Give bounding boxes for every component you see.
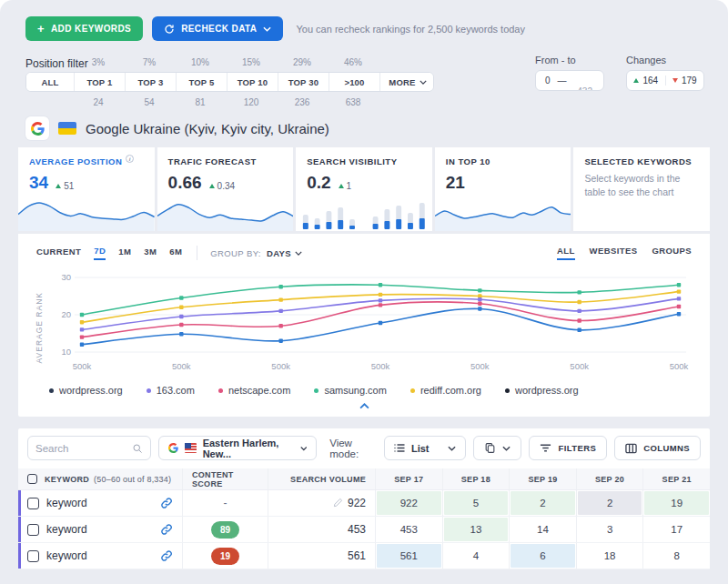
filter-tab-top1[interactable]: TOP 1 (74, 73, 125, 91)
rank-cell[interactable]: 3 (576, 517, 643, 542)
data-point[interactable] (577, 290, 581, 294)
data-point[interactable] (677, 289, 681, 293)
changes-down[interactable]: 179 (665, 76, 704, 86)
select-all-checkbox[interactable] (27, 474, 37, 484)
data-point[interactable] (80, 320, 84, 324)
svg-text:500k: 500k (371, 361, 390, 371)
data-point[interactable] (80, 327, 84, 331)
data-point[interactable] (478, 307, 481, 310)
rank-cell[interactable]: 19 (642, 490, 710, 516)
pencil-icon[interactable] (333, 495, 343, 511)
legend-item[interactable]: 163.com (147, 385, 195, 396)
rank-cell[interactable]: 4 (442, 543, 510, 569)
stat-card-average-position[interactable]: AVERAGE POSITIONi 3451 (18, 147, 155, 231)
data-point[interactable] (677, 305, 681, 308)
data-point[interactable] (577, 309, 581, 313)
data-point[interactable] (379, 283, 382, 287)
filter-tab-all[interactable]: ALL (26, 73, 74, 91)
range-tab-6m[interactable]: 6M (169, 247, 182, 259)
data-point[interactable] (379, 293, 382, 297)
filter-tab-top3[interactable]: TOP 3 (125, 73, 176, 91)
data-point[interactable] (179, 315, 183, 318)
table-row[interactable]: keyword 89 453 453 13 14 3 17 (18, 517, 710, 543)
data-point[interactable] (80, 313, 84, 317)
rank-cell[interactable]: 2 (509, 490, 576, 516)
scope-tab-websites[interactable]: WEBSITES (590, 246, 638, 260)
data-point[interactable] (179, 332, 183, 336)
filter-tab-more[interactable]: MORE (379, 73, 434, 91)
range-tab-1m[interactable]: 1M (118, 247, 131, 259)
location-select[interactable]: Eastern Harlem, New... (158, 436, 317, 460)
data-point[interactable] (80, 335, 84, 338)
rank-cell[interactable]: 561 (375, 543, 442, 569)
data-point[interactable] (379, 298, 382, 302)
link-icon[interactable] (160, 549, 173, 562)
rank-cell[interactable]: 2 (576, 490, 643, 516)
legend-item[interactable]: wordpress.org (505, 385, 579, 396)
from-to-input[interactable]: 0 — 432 (535, 70, 604, 91)
data-point[interactable] (577, 318, 581, 322)
data-point[interactable] (379, 303, 382, 307)
legend-item[interactable]: wordpress.org (49, 385, 123, 396)
data-point[interactable] (278, 297, 282, 301)
view-mode-select[interactable]: List (384, 436, 467, 460)
data-point[interactable] (179, 296, 183, 299)
range-tab-7d[interactable]: 7D (94, 246, 106, 260)
filter-tab-top5[interactable]: TOP 5 (176, 73, 227, 91)
data-point[interactable] (577, 300, 581, 304)
rank-cell[interactable]: 453 (375, 517, 442, 542)
data-point[interactable] (379, 321, 382, 325)
data-point[interactable] (80, 343, 84, 347)
data-point[interactable] (478, 302, 481, 306)
rank-cell[interactable]: 6 (509, 543, 576, 569)
legend-item[interactable]: netscape.com (218, 385, 290, 396)
filters-button[interactable]: FILTERS (529, 436, 607, 460)
add-keywords-button[interactable]: + ADD KEYWORDS (25, 16, 143, 41)
table-row[interactable]: keyword 19 561 561 4 6 18 8 (18, 543, 710, 569)
data-point[interactable] (677, 297, 681, 300)
data-point[interactable] (179, 306, 183, 309)
row-checkbox[interactable] (27, 498, 39, 509)
changes-up[interactable]: 164 (627, 76, 665, 86)
scope-tab-groups[interactable]: GROUPS (652, 246, 692, 260)
collapse-chart-button[interactable] (36, 398, 692, 413)
stat-card-traffic-forecast[interactable]: TRAFIC FORECAST 0.660.34 (157, 147, 294, 231)
row-checkbox[interactable] (27, 524, 39, 536)
link-icon[interactable] (160, 523, 173, 536)
rank-cell[interactable]: 5 (442, 490, 510, 516)
filter-tab-top30[interactable]: TOP 30 (278, 73, 329, 91)
data-point[interactable] (278, 309, 282, 313)
table-row[interactable]: keyword - 922 922 5 2 2 19 (18, 490, 710, 517)
data-point[interactable] (677, 283, 681, 287)
data-point[interactable] (179, 323, 183, 327)
rank-cell[interactable]: 14 (509, 517, 576, 542)
rank-cell[interactable]: 18 (576, 543, 643, 569)
stat-card-search-visibility[interactable]: SEARCH VISIBILITY 0.21 (296, 147, 432, 231)
columns-button[interactable]: COLUMNS (614, 436, 701, 460)
data-point[interactable] (677, 312, 681, 316)
legend-item[interactable]: samsung.com (314, 385, 386, 396)
link-icon[interactable] (160, 497, 173, 509)
rank-cell[interactable]: 922 (375, 490, 442, 516)
data-point[interactable] (278, 339, 282, 343)
rank-cell[interactable]: 13 (442, 517, 510, 542)
stat-card-in-top-10[interactable]: IN TOP 10 21 (435, 147, 571, 231)
search-input[interactable] (35, 443, 126, 454)
data-point[interactable] (278, 324, 282, 327)
rank-cell[interactable]: 8 (642, 543, 710, 569)
scope-tab-all[interactable]: ALL (557, 246, 575, 260)
data-point[interactable] (278, 285, 282, 288)
legend-item[interactable]: rediff.com.org (410, 385, 481, 396)
data-point[interactable] (478, 288, 481, 292)
recheck-data-button[interactable]: RECHECK DATA (152, 16, 283, 41)
group-by-select[interactable]: DAYS (267, 248, 302, 258)
data-point[interactable] (577, 328, 581, 332)
row-checkbox[interactable] (27, 550, 39, 562)
data-point[interactable] (478, 297, 481, 301)
filter-tab-top10[interactable]: TOP 10 (227, 73, 278, 91)
copy-menu-button[interactable] (473, 436, 521, 460)
filter-tab-100plus[interactable]: >100 (329, 73, 379, 91)
range-tab-current[interactable]: CURRENT (36, 247, 81, 259)
rank-cell[interactable]: 17 (642, 517, 710, 542)
range-tab-3m[interactable]: 3M (144, 247, 157, 259)
